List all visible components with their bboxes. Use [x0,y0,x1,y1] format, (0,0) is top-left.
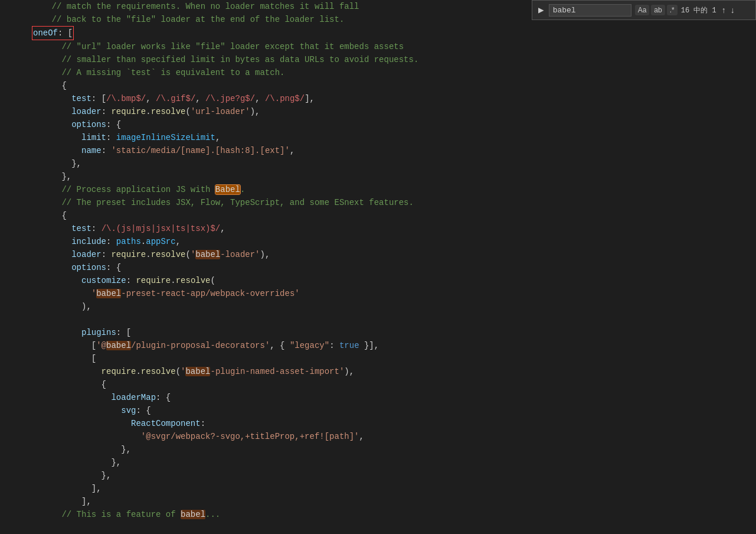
table-row: }, [0,443,756,456]
table-row: }, [0,157,756,170]
table-row: loaderMap: { [0,391,756,404]
table-row: ), [0,300,756,313]
table-row: require.resolve('babel-plugin-named-asse… [0,365,756,378]
search-bar: ▶ Aa ab .* 16 中的 1 ↑ ↓ [532,0,756,20]
search-input[interactable] [549,4,631,17]
table-row: { [0,209,756,222]
case-sensitive-button[interactable]: Aa [635,5,650,15]
code-area: // match the requirements. When no loade… [0,0,756,534]
table-row: // Process application JS with Babel. [0,183,756,196]
search-options: Aa ab .* [635,5,678,15]
table-row: // "url" loader works like "file" loader… [0,40,756,53]
table-row: }, [0,456,756,469]
table-row: { [0,378,756,391]
table-row: svg: { [0,404,756,417]
table-row: // The preset includes JSX, Flow, TypeSc… [0,196,756,209]
table-row: // smaller than specified limit in bytes… [0,53,756,66]
table-row: [ [0,352,756,365]
search-prev-button[interactable]: ↑ [720,5,728,15]
table-row: customize: require.resolve( [0,274,756,287]
table-row: options: { [0,261,756,274]
table-row: ], [0,495,756,508]
table-row: loader: require.resolve('url-loader'), [0,105,756,118]
table-row: options: { [0,118,756,131]
search-navigation: ↑ ↓ [720,5,737,15]
table-row: // A missing `test` is equivalent to a m… [0,66,756,79]
table-row: }, [0,170,756,183]
table-row: ], [0,482,756,495]
search-count: 16 中的 1 [681,5,716,15]
editor-container: ▶ Aa ab .* 16 中的 1 ↑ ↓ // match the requ… [0,0,756,534]
search-next-button[interactable]: ↓ [729,5,737,15]
table-row: ReactComponent: [0,417,756,430]
table-row: plugins: [ [0,326,756,339]
table-row: }, [0,469,756,482]
whole-word-button[interactable]: ab [651,5,665,15]
table-row: loader: require.resolve('babel-loader'), [0,248,756,261]
table-row: limit: imageInlineSizeLimit, [0,131,756,144]
table-row: 'babel-preset-react-app/webpack-override… [0,287,756,300]
table-row [0,313,756,326]
table-row: // This is a feature of babel... [0,508,756,521]
table-row: test: [/\.bmp$/, /\.gif$/, /\.jpe?g$/, /… [0,92,756,105]
collapse-icon[interactable]: ▶ [537,4,545,16]
table-row: test: /\.(js|mjs|jsx|ts|tsx)$/, [0,222,756,235]
regex-button[interactable]: .* [667,5,678,15]
oneof-line: oneOf: [ [0,26,756,40]
table-row: ['@babel/plugin-proposal-decorators', { … [0,339,756,352]
table-row: include: paths.appSrc, [0,235,756,248]
table-row: name: 'static/media/[name].[hash:8].[ext… [0,144,756,157]
table-row: '@svgr/webpack?-svgo,+titleProp,+ref![pa… [0,430,756,443]
table-row: { [0,79,756,92]
